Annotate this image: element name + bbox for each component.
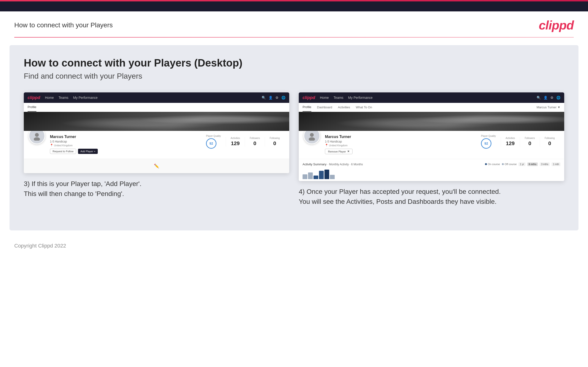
right-nav-teams[interactable]: Teams — [334, 96, 343, 100]
globe-icon[interactable]: 🌐 — [281, 96, 285, 100]
left-player-name: Marcus Turner — [50, 135, 197, 139]
time-1yr-button[interactable]: 1 yr — [519, 162, 526, 166]
right-activity-controls: On course Off course 1 yr 6 mths 3 mths … — [485, 162, 560, 166]
chart-bar-6 — [330, 175, 335, 179]
chart-bar-2 — [308, 172, 313, 179]
right-followers-stat: Followers 0 — [520, 137, 540, 147]
tab-user-dropdown[interactable]: Marcus Turner ▼ — [537, 106, 560, 109]
right-legend-off-course: Off course — [502, 163, 517, 166]
left-tabs: Profile — [24, 103, 289, 112]
remove-player-button[interactable]: Remove Player ✕ — [325, 149, 353, 154]
right-following-value: 0 — [545, 140, 555, 147]
right-nav-icons: 🔍 👤 ⚙ 🌐 — [537, 96, 560, 100]
copyright-text: Copyright Clippd 2022 — [14, 243, 66, 249]
left-followers-stat: Followers 0 — [245, 137, 265, 147]
mock-app-right: clippd Home Teams My Performance 🔍 👤 ⚙ 🌐… — [299, 92, 564, 181]
header-divider — [14, 37, 574, 38]
off-course-dot — [502, 163, 504, 165]
left-followers-label: Followers — [250, 137, 260, 139]
right-followers-label: Followers — [525, 137, 535, 139]
left-player-handicap: 1-5 Handicap — [50, 140, 197, 143]
chart-bar-3 — [313, 175, 318, 179]
svg-point-0 — [35, 133, 39, 137]
search-icon[interactable]: 🔍 — [262, 96, 266, 100]
caption-right: 4) Once your Player has accepted your re… — [299, 187, 564, 207]
left-hero — [24, 112, 289, 131]
caption-left-text: 3) If this is your Player tap, 'Add Play… — [24, 180, 141, 197]
request-follow-button[interactable]: Request to Follow — [50, 149, 76, 154]
right-globe-icon[interactable]: 🌐 — [556, 96, 560, 100]
on-course-dot — [485, 163, 487, 165]
right-quality-label: Player Quality — [481, 135, 496, 137]
screenshot-right-col: clippd Home Teams My Performance 🔍 👤 ⚙ 🌐… — [299, 92, 564, 207]
right-activities-value: 129 — [506, 140, 515, 147]
left-nav-home[interactable]: Home — [45, 96, 54, 100]
right-activities-label: Activities — [506, 137, 515, 139]
left-player-buttons: Request to Follow Add Player + — [50, 149, 197, 154]
time-3mths-button[interactable]: 3 mths — [540, 162, 550, 166]
left-nav-performance[interactable]: My Performance — [73, 96, 98, 100]
right-following-label: Following — [545, 137, 555, 139]
right-user-icon[interactable]: 👤 — [544, 96, 548, 100]
left-bottom: ✏️ — [24, 159, 289, 173]
remove-player-label: Remove Player — [328, 150, 346, 153]
right-search-icon[interactable]: 🔍 — [537, 96, 541, 100]
right-nav-home[interactable]: Home — [320, 96, 329, 100]
chart-bar-1 — [303, 174, 307, 179]
on-course-label: On course — [488, 163, 500, 166]
right-legend-on-course: On course — [485, 163, 500, 166]
screenshots-row: clippd Home Teams My Performance 🔍 👤 ⚙ 🌐… — [24, 92, 564, 207]
user-icon[interactable]: 👤 — [268, 96, 273, 100]
left-quality-value: 92 — [206, 138, 216, 149]
right-player-buttons: Remove Player ✕ — [325, 149, 471, 154]
right-activity-subtitle-text: Monthly Activity · 6 Months — [329, 163, 363, 166]
chart-bar-5 — [324, 170, 329, 179]
top-bar — [0, 0, 588, 11]
tab-profile-right[interactable]: Profile — [303, 103, 311, 112]
left-following-value: 0 — [270, 140, 280, 147]
right-player-handicap: 1-5 Handicap — [325, 140, 471, 143]
left-nav-teams[interactable]: Teams — [59, 96, 68, 100]
accent-bar — [0, 0, 588, 1]
right-hero — [299, 112, 564, 131]
right-nav-logo: clippd — [303, 95, 315, 100]
breadcrumb: How to connect with your Players — [14, 21, 113, 29]
footer: Copyright Clippd 2022 — [0, 238, 588, 254]
right-player-name: Marcus Turner — [325, 135, 471, 139]
right-player-info: Marcus Turner 1-5 Handicap 📍 United King… — [325, 135, 471, 154]
svg-point-1 — [34, 137, 40, 141]
clippd-logo: clippd — [539, 18, 574, 32]
settings-icon[interactable]: ⚙ — [276, 96, 278, 100]
right-followers-value: 0 — [525, 140, 535, 147]
time-1mth-button[interactable]: 1 mth — [552, 162, 560, 166]
right-quality-value: 92 — [481, 138, 492, 149]
right-location-text: United Kingdom — [329, 144, 347, 147]
right-following-stat: Following 0 — [540, 137, 560, 147]
page-subheading: Find and connect with your Players — [24, 72, 564, 81]
right-activity-header: Activity Summary · Monthly Activity · 6 … — [299, 159, 564, 169]
tab-what-to-on-right[interactable]: What To On — [356, 103, 372, 111]
left-nav-logo: clippd — [28, 95, 40, 100]
right-profile-section: Marcus Turner 1-5 Handicap 📍 United King… — [299, 131, 564, 159]
right-activity-subtitle: · — [328, 163, 329, 166]
left-nav-icons: 🔍 👤 ⚙ 🌐 — [262, 96, 285, 100]
tab-dashboard-right[interactable]: Dashboard — [317, 103, 332, 111]
left-activities-label: Activities — [231, 137, 240, 139]
tab-profile-left[interactable]: Profile — [28, 103, 36, 112]
right-quality-block: Player Quality 92 — [476, 135, 501, 149]
left-activities-value: 129 — [231, 140, 240, 147]
tab-activities-right[interactable]: Activities — [338, 103, 350, 111]
main-content: How to connect with your Players (Deskto… — [9, 45, 579, 230]
left-location-text: United Kingdom — [54, 144, 73, 147]
remove-x-icon: ✕ — [347, 150, 349, 153]
right-nav-performance[interactable]: My Performance — [348, 96, 373, 100]
add-player-button[interactable]: Add Player + — [78, 149, 98, 154]
screenshot-left-col: clippd Home Teams My Performance 🔍 👤 ⚙ 🌐… — [24, 92, 289, 207]
right-settings-icon[interactable]: ⚙ — [550, 96, 553, 100]
chart-bar-4 — [319, 171, 324, 179]
right-hero-image — [299, 112, 564, 131]
left-quality-block: Player Quality 92 — [201, 135, 225, 149]
caption-right-text: 4) Once your Player has accepted your re… — [299, 188, 501, 205]
time-6mths-button[interactable]: 6 mths — [527, 162, 538, 166]
left-nav: clippd Home Teams My Performance 🔍 👤 ⚙ 🌐 — [24, 92, 289, 103]
